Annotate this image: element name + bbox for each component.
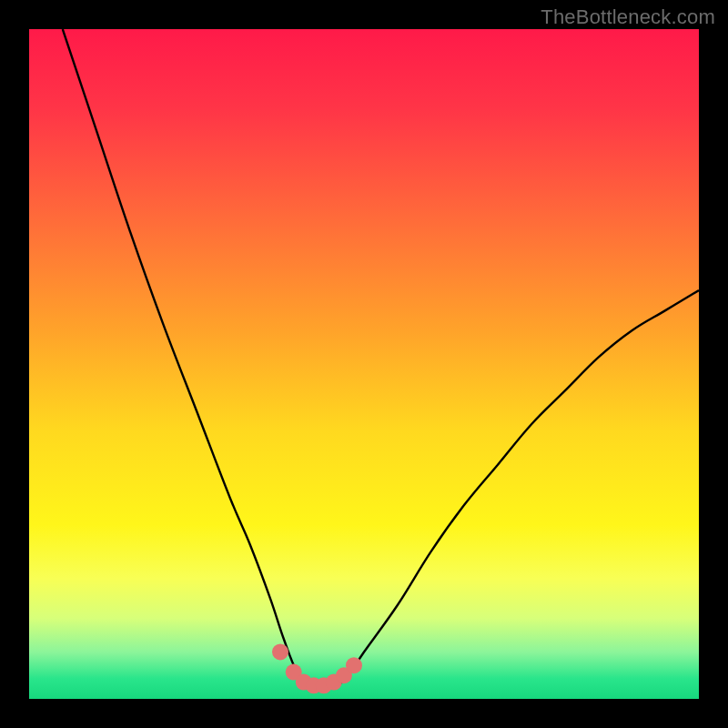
- min-marker: [272, 643, 288, 660]
- gradient-background: [29, 29, 699, 699]
- chart-frame: TheBottleneck.com: [0, 0, 728, 728]
- min-marker: [346, 657, 362, 673]
- watermark-text: TheBottleneck.com: [541, 5, 715, 29]
- bottleneck-plot: [0, 0, 728, 728]
